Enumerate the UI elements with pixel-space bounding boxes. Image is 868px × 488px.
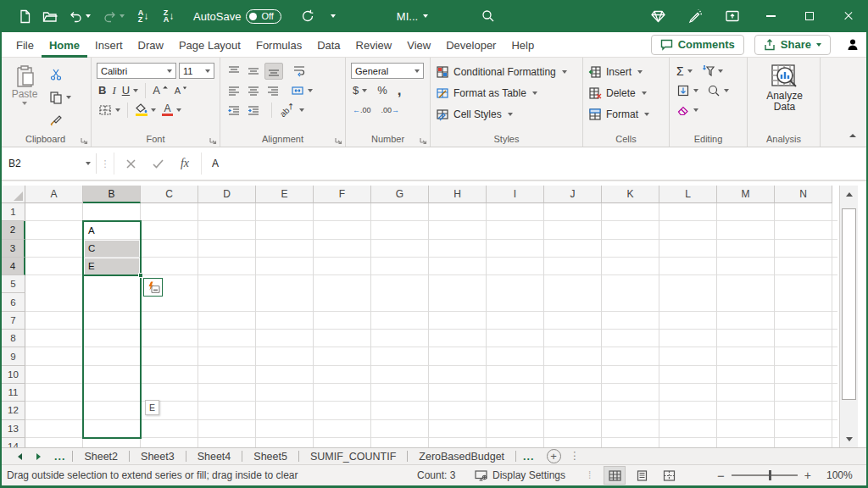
row-header-12[interactable]: 12 [2,402,25,419]
column-header-a[interactable]: A [25,186,83,203]
find-select-button[interactable] [705,83,731,98]
row-header-3[interactable]: 3 [2,240,25,258]
row-header-2[interactable]: 2 [2,221,25,239]
number-dialog-launcher[interactable] [419,136,427,144]
page-layout-view-button[interactable] [631,466,653,485]
tab-data[interactable]: Data [309,32,348,58]
merge-center-chevron[interactable] [308,89,313,92]
column-header-m[interactable]: M [717,186,775,203]
conditional-formatting-button[interactable]: Conditional Formatting [436,61,579,82]
row-header-7[interactable]: 7 [2,312,25,330]
borders-button[interactable] [97,103,122,118]
column-header-h[interactable]: H [429,186,487,203]
tab-insert[interactable]: Insert [87,32,131,58]
decrease-font-size-button[interactable]: A [173,85,189,97]
new-sheet-button[interactable]: + [547,449,561,463]
quick-access-overflow-chevron[interactable] [320,0,346,32]
formula-bar-resize-handle[interactable]: ⋮ [97,162,114,166]
zoom-in-button[interactable]: + [804,469,811,482]
tab-draw[interactable]: Draw [131,32,171,58]
orientation-button[interactable]: ab↗ [277,104,306,115]
display-settings-button[interactable]: Display Settings [475,465,565,485]
select-all-corner[interactable] [2,186,25,203]
clipboard-dialog-launcher[interactable] [80,136,88,144]
normal-view-button[interactable] [604,466,626,485]
sort-descending-icon[interactable]: ZA↓ [156,0,181,32]
premium-diamond-icon[interactable] [639,0,676,32]
column-header-j[interactable]: J [544,186,602,203]
row-header-13[interactable]: 13 [2,420,25,438]
sheet-tab-sheet4[interactable]: Sheet4 [186,448,242,465]
fill-color-chevron[interactable] [151,108,156,112]
bold-button[interactable]: B [97,83,108,97]
font-color-button[interactable]: A [160,103,183,117]
align-bottom-button[interactable] [264,63,283,80]
font-size-select[interactable]: 11 [179,63,214,79]
insert-cells-button[interactable]: Insert [588,61,665,82]
autosum-chevron[interactable] [687,69,693,73]
format-cells-chevron[interactable] [644,113,649,116]
orientation-chevron[interactable] [299,108,304,112]
align-top-button[interactable] [225,64,242,79]
cut-button[interactable] [47,67,73,82]
sheet-tab-zerobasedbudget[interactable]: ZeroBasedBudget [408,448,515,465]
maximize-button[interactable] [790,0,829,32]
tab-page-layout[interactable]: Page Layout [171,32,248,58]
align-center-button[interactable] [245,83,262,98]
zoom-out-button[interactable]: − [717,469,725,483]
undo-dropdown-chevron[interactable] [86,14,91,18]
row-header-10[interactable]: 10 [2,366,25,384]
sheet-nav-right-arrow[interactable] [29,453,47,460]
comma-style-button[interactable]: , [396,86,403,96]
page-break-view-button[interactable] [658,466,680,485]
row-header-8[interactable]: 8 [2,330,25,347]
autosave-toggle[interactable]: Off [246,9,281,24]
find-select-chevron[interactable] [724,89,729,92]
insert-cells-chevron[interactable] [637,70,643,74]
refresh-icon[interactable] [295,0,320,32]
number-format-select[interactable]: General [351,63,424,79]
document-title[interactable]: MI... [397,10,428,23]
font-dialog-launcher[interactable] [209,136,217,144]
row-header-9[interactable]: 9 [2,347,25,365]
increase-decimal-button[interactable]: ←.00 [351,105,373,115]
open-file-icon[interactable] [37,0,63,32]
tab-formulas[interactable]: Formulas [248,32,309,58]
fill-chevron[interactable] [693,89,698,92]
new-file-icon[interactable] [12,0,37,32]
column-header-d[interactable]: D [198,186,256,203]
zoom-level[interactable]: 100% [826,465,853,485]
sort-filter-button[interactable] [699,64,725,79]
scroll-up-arrow[interactable] [840,186,858,203]
underline-dropdown-chevron[interactable] [133,89,138,92]
sheet-tab-sheet5[interactable]: Sheet5 [242,448,298,465]
tab-view[interactable]: View [399,32,438,58]
sheet-tab-sumif_countif[interactable]: SUMIF_COUNTIF [299,448,407,465]
sheet-tab-sheet3[interactable]: Sheet3 [130,448,186,465]
ribbon-display-options-icon[interactable] [714,0,751,32]
column-header-g[interactable]: G [371,186,429,203]
cell-styles-button[interactable]: Cell Styles [436,103,579,125]
autosave-control[interactable]: AutoSave Off [193,9,281,24]
tab-home[interactable]: Home [42,32,87,58]
align-right-button[interactable] [264,83,281,98]
borders-dropdown-chevron[interactable] [115,108,120,112]
analyze-data-button[interactable]: Analyze Data [759,61,811,131]
zoom-slider[interactable] [732,474,798,476]
people-icon[interactable] [839,38,868,51]
sheet-overflow-left[interactable]: ... [47,451,72,463]
tab-file[interactable]: File [8,32,42,58]
sheet-bar-resize-handle[interactable]: ⋮ [570,454,581,458]
column-header-c[interactable]: C [141,186,198,203]
pen-mode-icon[interactable] [676,0,714,32]
format-painter-button[interactable] [47,113,73,128]
column-header-n[interactable]: N [775,186,832,203]
insert-function-button[interactable]: fx [172,157,198,170]
minimize-button[interactable] [751,0,790,32]
column-header-e[interactable]: E [256,186,314,203]
font-name-select[interactable]: Calibri [97,63,176,79]
search-icon[interactable] [476,0,501,32]
column-header-k[interactable]: K [602,186,659,203]
tab-review[interactable]: Review [348,32,400,58]
row-header-5[interactable]: 5 [2,275,25,293]
